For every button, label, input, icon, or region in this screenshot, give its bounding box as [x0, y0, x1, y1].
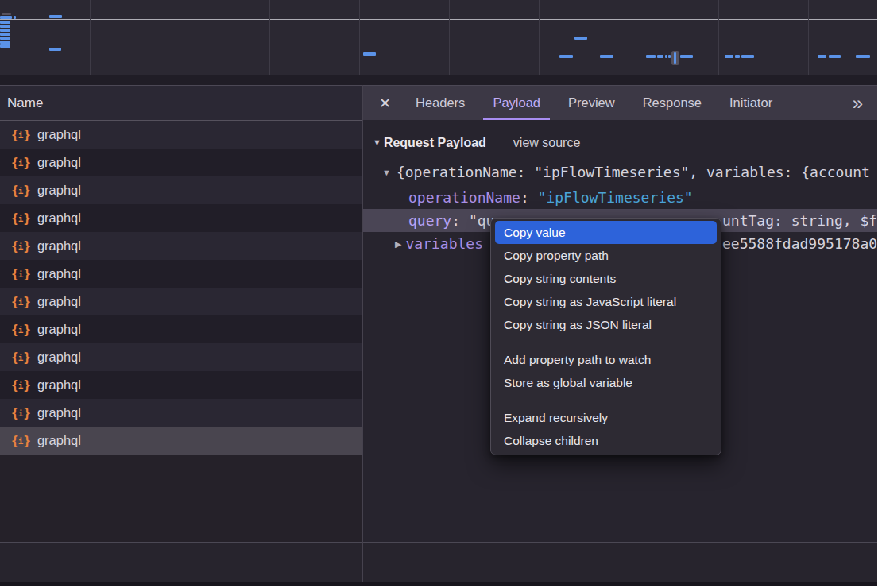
- timeline-gridline: [539, 0, 540, 75]
- menu-item-add-property-path-to-watch[interactable]: Add property path to watch: [495, 348, 717, 371]
- request-name: graphql: [37, 183, 81, 198]
- json-request-icon: {i}: [11, 266, 30, 281]
- request-name: graphql: [37, 350, 81, 365]
- tab-initiator[interactable]: Initiator: [720, 86, 782, 120]
- json-request-icon: {i}: [11, 405, 30, 420]
- timeline-divider-line: [0, 19, 877, 20]
- menu-item-collapse-children[interactable]: Collapse children: [495, 429, 717, 452]
- variables-preview-clipped: ee5588fdad995178a0: [722, 232, 877, 255]
- waterfall-bar: [49, 15, 62, 18]
- request-row[interactable]: {i}graphql: [0, 176, 362, 204]
- request-row[interactable]: {i}graphql: [0, 399, 362, 427]
- window-bottom-edge: [0, 582, 877, 586]
- waterfall-bar: [363, 52, 376, 56]
- json-request-icon: {i}: [11, 183, 30, 198]
- request-row[interactable]: {i}graphql: [0, 315, 362, 343]
- menu-item-copy-value[interactable]: Copy value: [495, 221, 717, 244]
- waterfall-bar: [2, 13, 11, 15]
- request-row[interactable]: {i}graphql: [0, 204, 362, 232]
- request-row[interactable]: {i}graphql: [0, 260, 362, 288]
- waterfall-bar: [725, 55, 733, 58]
- request-row[interactable]: {i}graphql: [0, 288, 362, 315]
- tab-headers[interactable]: Headers: [406, 86, 474, 120]
- timeline-gridline: [180, 0, 180, 75]
- waterfall-bar: [0, 41, 10, 44]
- tab-response[interactable]: Response: [633, 86, 711, 120]
- request-row[interactable]: {i}graphql: [0, 343, 362, 371]
- network-overview-timeline[interactable]: [0, 0, 877, 85]
- request-row[interactable]: {i}graphql: [0, 371, 362, 399]
- timeline-gridline: [90, 0, 91, 75]
- menu-item-copy-property-path[interactable]: Copy property path: [495, 244, 717, 267]
- waterfall-bar: [14, 16, 16, 19]
- network-panel-main: Name {i}graphql{i}graphql{i}graphql{i}gr…: [0, 85, 877, 542]
- more-tabs-icon[interactable]: »: [853, 95, 861, 111]
- menu-item-copy-string-as-json-literal[interactable]: Copy string as JSON literal: [495, 313, 717, 336]
- waterfall-bar: [600, 55, 613, 58]
- timeline-gridline: [808, 0, 809, 75]
- payload-root-row[interactable]: ▼{operationName: "ipFlowTimeseries", var…: [363, 161, 877, 184]
- timeline-gridline: [449, 0, 450, 75]
- request-row[interactable]: {i}graphql: [0, 232, 362, 260]
- waterfall-bar: [574, 37, 587, 40]
- json-request-icon: {i}: [11, 322, 30, 337]
- payload-row-operationname[interactable]: operationName: "ipFlowTimeseries": [363, 186, 877, 209]
- status-footer: [0, 543, 877, 582]
- timeline-gridline: [269, 0, 270, 75]
- waterfall-bar: [0, 37, 10, 40]
- request-name: graphql: [37, 294, 81, 309]
- waterfall-bar: [818, 55, 826, 58]
- request-name: graphql: [37, 266, 81, 281]
- waterfall-bar: [0, 44, 10, 48]
- waterfall-bar: [741, 55, 754, 58]
- waterfall-bar: [0, 29, 10, 32]
- request-name: graphql: [37, 127, 81, 142]
- json-request-icon: {i}: [11, 127, 30, 142]
- menu-item-expand-recursively[interactable]: Expand recursively: [495, 406, 717, 429]
- menu-item-copy-string-contents[interactable]: Copy string contents: [495, 267, 717, 290]
- timeline-gridline: [718, 0, 719, 75]
- request-name: graphql: [37, 211, 81, 226]
- menu-separator: [500, 400, 712, 400]
- context-menu: Copy valueCopy property pathCopy string …: [490, 218, 721, 455]
- json-request-icon: {i}: [11, 377, 30, 393]
- waterfall-bar: [829, 55, 841, 58]
- payload-root-preview: {operationName: "ipFlowTimeseries", vari…: [397, 164, 870, 180]
- request-row[interactable]: {i}graphql: [0, 427, 362, 455]
- section-title: Request Payload: [384, 136, 486, 149]
- panel-splitter[interactable]: [362, 85, 363, 582]
- timeline-selection-marker-line: [674, 52, 676, 64]
- request-name: graphql: [37, 405, 81, 420]
- requests-panel: Name {i}graphql{i}graphql{i}graphql{i}gr…: [0, 86, 362, 543]
- json-request-icon: {i}: [11, 433, 30, 448]
- json-request-icon: {i}: [11, 211, 30, 226]
- devtools-window: Name {i}graphql{i}graphql{i}graphql{i}gr…: [0, 0, 877, 586]
- request-name: graphql: [37, 433, 81, 448]
- waterfall-bar: [735, 55, 740, 58]
- request-row[interactable]: {i}graphql: [0, 121, 362, 149]
- tab-payload[interactable]: Payload: [483, 86, 550, 120]
- json-request-icon: {i}: [11, 294, 30, 309]
- tabs-container: HeadersPayloadPreviewResponseInitiator: [406, 86, 791, 120]
- timeline-gridline: [359, 0, 360, 75]
- menu-item-copy-string-as-javascript-literal[interactable]: Copy string as JavaScript literal: [495, 290, 717, 313]
- query-value-clipped: untTag: string, $f: [722, 209, 877, 232]
- request-name: graphql: [37, 155, 81, 170]
- tab-preview[interactable]: Preview: [559, 86, 625, 120]
- request-name: graphql: [37, 377, 81, 393]
- collapsed-triangle-icon[interactable]: ▶: [395, 239, 401, 249]
- menu-separator: [500, 342, 712, 342]
- waterfall-bar: [665, 55, 667, 58]
- waterfall-bar: [0, 16, 12, 19]
- column-header-name[interactable]: Name: [0, 86, 362, 121]
- close-icon[interactable]: ✕: [379, 95, 393, 112]
- request-payload-section[interactable]: ▼Request Payloadview source: [373, 130, 580, 155]
- expanded-triangle-icon[interactable]: ▼: [382, 168, 391, 177]
- view-source-link[interactable]: view source: [513, 136, 580, 149]
- request-row[interactable]: {i}graphql: [0, 149, 362, 176]
- waterfall-bar: [0, 25, 10, 28]
- waterfall-bar: [559, 55, 573, 58]
- waterfall-bar: [49, 48, 61, 51]
- menu-item-store-as-global-variable[interactable]: Store as global variable: [495, 371, 717, 394]
- column-header-label: Name: [7, 95, 43, 110]
